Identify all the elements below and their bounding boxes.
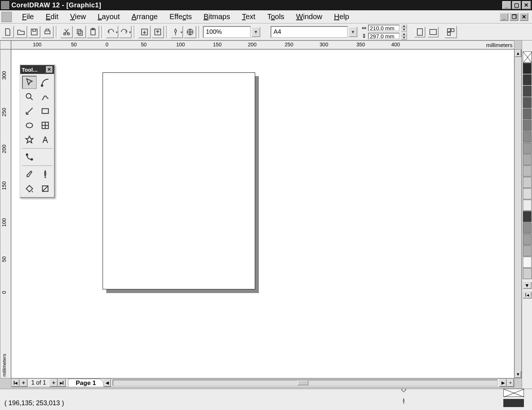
palette-flyout-button[interactable]: I◂ (523, 291, 532, 299)
vertical-ruler[interactable]: 300 250 200 150 100 50 0 millimeters (0, 49, 11, 378)
document-restore-button[interactable]: ❐ (510, 13, 518, 21)
landscape-button[interactable] (428, 26, 439, 38)
prev-page-button[interactable]: ＋ (19, 379, 28, 387)
vertical-scrollbar[interactable]: ▲ ▼ (514, 49, 522, 378)
scroll-down-button[interactable]: ▼ (515, 371, 521, 378)
last-page-button[interactable]: ▸I (58, 379, 66, 387)
interactive-tool[interactable] (22, 150, 37, 164)
open-button[interactable] (15, 26, 27, 38)
export-button[interactable] (151, 26, 164, 38)
swatch-color[interactable] (523, 74, 532, 85)
app-logo-icon[interactable] (1, 12, 12, 22)
status-fill-swatch[interactable] (503, 389, 524, 397)
height-spinner[interactable]: ▲▼ (401, 32, 407, 40)
menu-view[interactable]: View (65, 11, 93, 22)
text-tool[interactable] (38, 133, 53, 146)
page-height-input[interactable]: 297.0 mm (368, 33, 400, 39)
menu-arrange[interactable]: Arrange (126, 11, 164, 22)
freehand-tool[interactable] (38, 90, 53, 103)
paste-button[interactable] (87, 26, 99, 38)
undo-button[interactable] (106, 26, 118, 38)
shape-tool[interactable] (38, 76, 53, 89)
scroll-up-button[interactable]: ▲ (515, 50, 521, 57)
document-minimize-button[interactable]: _ (500, 13, 508, 21)
cut-button[interactable] (60, 26, 73, 38)
width-spinner[interactable]: ▲▼ (401, 24, 407, 32)
menu-tools[interactable]: Tools (262, 11, 291, 22)
maximize-button[interactable]: ▢ (512, 1, 521, 9)
hscroll-thumb[interactable] (297, 380, 308, 385)
swatch-color[interactable] (523, 120, 532, 131)
pick-tool[interactable] (22, 76, 37, 89)
menu-bitmaps[interactable]: Bitmaps (199, 11, 237, 22)
menu-text[interactable]: Text (237, 11, 262, 22)
swatch-color[interactable] (523, 143, 532, 154)
swatch-color[interactable] (523, 268, 532, 279)
close-button[interactable]: ✕ (522, 1, 531, 9)
menu-edit[interactable]: Edit (40, 11, 65, 22)
swatch-color[interactable] (523, 177, 532, 188)
swatch-color[interactable] (523, 245, 532, 256)
swatch-color[interactable] (523, 222, 532, 233)
paper-dropdown-arrow[interactable]: ▼ (349, 27, 357, 37)
portrait-button[interactable] (414, 26, 425, 38)
swatch-color[interactable] (523, 86, 532, 97)
swatch-none[interactable] (523, 51, 532, 63)
palette-scroll-down[interactable]: ▼ (523, 282, 532, 289)
zoom-tool[interactable] (22, 90, 37, 103)
vscroll-track[interactable] (515, 57, 521, 371)
menu-effects[interactable]: Effects (164, 11, 199, 22)
import-button[interactable] (138, 26, 151, 38)
horizontal-ruler[interactable]: 100 50 0 50 100 150 200 250 300 350 400 … (11, 40, 514, 49)
next-page-button[interactable]: ＋ (50, 379, 58, 387)
redo-button[interactable] (119, 26, 132, 38)
outline-tool[interactable] (38, 168, 53, 181)
menu-layout[interactable]: Layout (93, 11, 126, 22)
graph-paper-tool[interactable] (38, 119, 53, 132)
swatch-color[interactable] (523, 188, 532, 199)
swatch-color[interactable] (523, 211, 532, 222)
status-outline-swatch[interactable] (503, 399, 524, 407)
save-button[interactable] (28, 26, 40, 38)
menu-help[interactable]: Help (329, 11, 356, 22)
page-tab[interactable]: Page 1 (68, 379, 104, 387)
eyedropper-tool[interactable] (22, 168, 37, 181)
paper-size-combo[interactable]: A4 (271, 26, 348, 38)
swatch-color[interactable] (523, 63, 532, 74)
scroll-left-button[interactable]: ◀ (104, 379, 111, 387)
print-button[interactable] (41, 26, 54, 38)
corel-online-button[interactable] (184, 26, 196, 38)
page-width-input[interactable]: 210.0 mm (368, 25, 400, 31)
swatch-color[interactable] (523, 154, 532, 165)
zoom-combo[interactable]: 100% (203, 26, 251, 38)
hscroll-track[interactable] (113, 379, 498, 386)
fill-tool[interactable] (22, 182, 37, 195)
document-close-button[interactable]: ✕ (519, 13, 528, 21)
toolbox-title-bar[interactable]: Tool... ✕ (20, 65, 54, 74)
swatch-color[interactable] (523, 165, 532, 177)
swatch-color[interactable] (523, 200, 532, 211)
swatch-color[interactable] (523, 108, 532, 120)
copy-button[interactable] (74, 26, 86, 38)
app-launcher-button[interactable] (171, 26, 183, 38)
basic-shapes-tool[interactable] (22, 133, 37, 146)
first-page-button[interactable]: I◂ (11, 379, 19, 387)
menu-file[interactable]: File (17, 11, 40, 22)
navigator-button[interactable]: ⌖ (507, 379, 514, 387)
swatch-color[interactable] (523, 97, 532, 108)
interactive-fill-tool[interactable] (38, 182, 53, 195)
zoom-dropdown-arrow[interactable]: ▼ (251, 27, 260, 37)
swatch-color[interactable] (523, 234, 532, 245)
ruler-origin[interactable] (0, 40, 11, 49)
toolbox-palette[interactable]: Tool... ✕ (19, 64, 55, 198)
new-button[interactable] (1, 26, 14, 38)
rectangle-tool[interactable] (38, 104, 53, 118)
menu-window[interactable]: Window (291, 11, 329, 22)
scroll-right-button[interactable]: ▶ (499, 379, 507, 387)
options-button[interactable] (444, 26, 457, 38)
swatch-color[interactable] (523, 257, 532, 268)
ellipse-tool[interactable] (22, 119, 37, 132)
smart-drawing-tool[interactable] (22, 104, 37, 118)
swatch-color[interactable] (523, 131, 532, 142)
drawing-canvas[interactable]: Tool... ✕ (11, 49, 514, 378)
